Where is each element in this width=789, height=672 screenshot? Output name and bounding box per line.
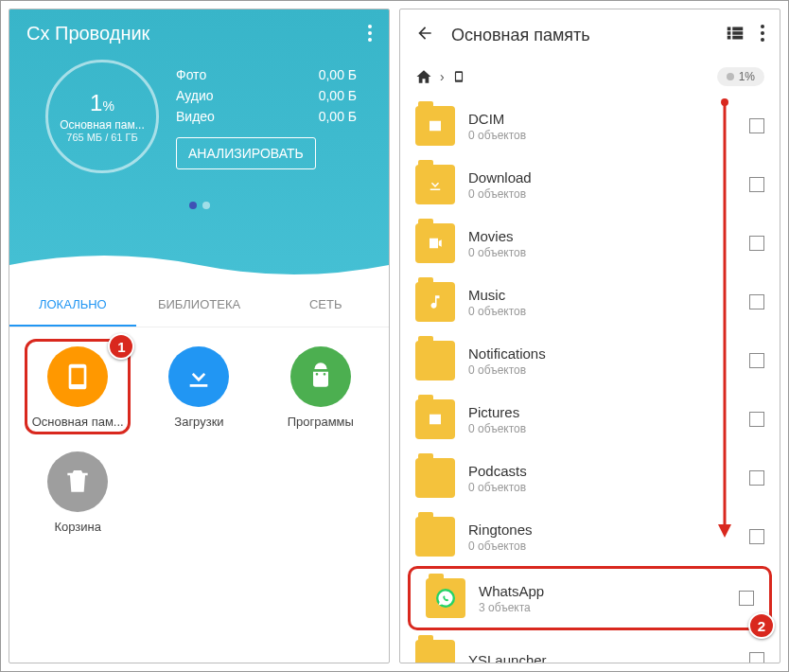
folder-icon	[415, 165, 455, 204]
checkbox[interactable]	[749, 412, 764, 427]
header: Основная память	[400, 9, 780, 61]
grid-item-storage[interactable]: 1 Основная пам...	[17, 346, 138, 429]
folder-sub: 0 объектов	[468, 187, 736, 201]
storage-percent-chip[interactable]: 1%	[717, 67, 764, 86]
android-icon	[290, 346, 351, 407]
tab-local[interactable]: ЛОКАЛЬНО	[9, 284, 136, 327]
storage-circle[interactable]: 1% Основная пам... 765 МБ / 61 ГБ	[36, 60, 168, 173]
folder-icon	[415, 106, 455, 146]
analyze-button[interactable]: АНАЛИЗИРОВАТЬ	[176, 137, 316, 169]
tabs: ЛОКАЛЬНО БИБЛИОТЕКА СЕТЬ	[9, 284, 389, 327]
folder-name: Download	[468, 169, 736, 186]
grid-item-trash[interactable]: Корзина	[17, 451, 138, 534]
breadcrumb[interactable]: › 1%	[400, 61, 780, 97]
folder-sub: 0 объектов	[468, 422, 736, 435]
screen-folder: Основная память › 1% DCIM0 объектов Down…	[399, 9, 780, 663]
folder-icon	[415, 517, 455, 557]
folder-name: DCIM	[468, 111, 736, 127]
folder-icon	[415, 458, 455, 498]
checkbox[interactable]	[749, 353, 764, 368]
svg-point-1	[368, 31, 372, 35]
home-icon	[415, 68, 432, 85]
checkbox[interactable]	[739, 591, 754, 606]
grid-item-downloads[interactable]: Загрузки	[138, 346, 259, 429]
tab-library[interactable]: БИБЛИОТЕКА	[136, 284, 263, 327]
svg-point-8	[721, 98, 728, 106]
annotation-badge-1: 1	[108, 333, 134, 360]
folder-icon	[415, 341, 455, 380]
checkbox[interactable]	[749, 294, 764, 309]
svg-point-3	[761, 25, 764, 28]
tab-network[interactable]: СЕТЬ	[262, 284, 389, 327]
folder-name: Pictures	[468, 404, 736, 420]
phone-icon	[452, 68, 465, 85]
folder-name: Notifications	[468, 345, 736, 362]
folder-icon	[415, 640, 455, 663]
folder-sub: 0 объектов	[468, 363, 736, 377]
annotation-badge-2: 2	[748, 612, 775, 639]
folder-sub: 0 объектов	[468, 305, 736, 318]
pager[interactable]	[26, 196, 372, 213]
back-button[interactable]	[415, 24, 434, 46]
checkbox[interactable]	[749, 652, 764, 663]
checkbox[interactable]	[749, 529, 764, 544]
folder-name: Podcasts	[468, 463, 736, 479]
menu-button[interactable]	[761, 25, 764, 45]
header: Cx Проводник 1% Основная пам... 765 МБ /…	[9, 9, 389, 284]
folder-row[interactable]: WhatsApp3 объекта	[411, 569, 769, 628]
folder-list: DCIM0 объектов Download0 объектов Movies…	[400, 97, 780, 663]
folder-icon	[415, 399, 455, 439]
view-list-button[interactable]	[725, 23, 745, 47]
trash-icon	[47, 451, 108, 512]
folder-name: Ringtones	[468, 522, 736, 538]
highlight-whatsapp: WhatsApp3 объекта 2	[408, 566, 772, 630]
folder-icon	[415, 282, 455, 322]
folder-sub: 0 объектов	[468, 481, 736, 494]
svg-point-5	[761, 38, 764, 42]
folder-name: YSLauncher	[468, 652, 736, 664]
grid-item-apps[interactable]: Программы	[260, 346, 381, 429]
folder-name: WhatsApp	[479, 583, 726, 599]
folder-sub: 0 объектов	[468, 129, 736, 142]
folder-icon	[426, 578, 465, 618]
menu-button[interactable]	[368, 25, 372, 45]
stats: Фото0,00 Б Аудио0,00 Б Видео0,00 Б АНАЛИ…	[168, 60, 372, 173]
svg-point-2	[368, 38, 372, 42]
folder-sub: 0 объектов	[468, 246, 736, 259]
folder-name: Movies	[468, 228, 736, 244]
svg-point-4	[761, 31, 764, 35]
app-title: Cx Проводник	[26, 23, 372, 44]
checkbox[interactable]	[749, 236, 764, 251]
page-title: Основная память	[451, 26, 725, 45]
folder-row[interactable]: YSLauncher	[400, 630, 780, 663]
location-grid: 1 Основная пам... Загрузки Программы Кор…	[9, 327, 389, 575]
screen-home: Cx Проводник 1% Основная пам... 765 МБ /…	[9, 9, 390, 663]
download-icon	[168, 346, 229, 407]
annotation-arrow	[715, 97, 734, 541]
svg-marker-7	[718, 524, 731, 538]
checkbox[interactable]	[749, 470, 764, 486]
svg-point-0	[368, 25, 372, 28]
folder-sub: 0 объектов	[468, 539, 736, 553]
folder-icon	[415, 223, 455, 263]
folder-name: Music	[468, 287, 736, 303]
checkbox[interactable]	[749, 177, 764, 192]
checkbox[interactable]	[749, 118, 764, 133]
folder-sub: 3 объекта	[479, 601, 726, 614]
